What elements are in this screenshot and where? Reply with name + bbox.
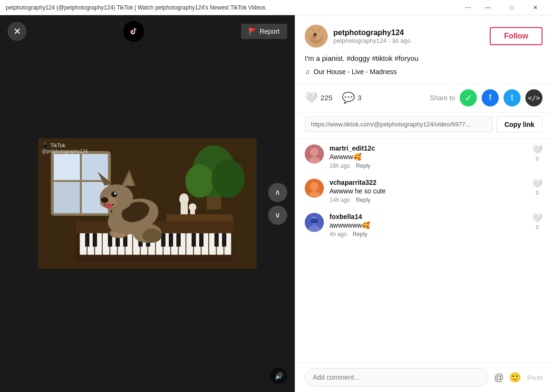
svg-point-13 [212,160,245,198]
link-row: https://www.tiktok.com/@petphotography12… [295,113,552,139]
emoji-button[interactable]: 🙂 [509,372,521,383]
video-player[interactable]: 📱 TikTok @petphotography124 [38,138,257,269]
copy-link-button[interactable]: Copy link [496,116,542,133]
comment-like-count-1: 0 [536,156,539,162]
whatsapp-icon: ✓ [465,93,472,103]
comment-username-3[interactable]: foxbella14 [329,213,526,220]
more-options-button[interactable]: ··· [461,3,475,12]
comment-meta-1: 18h ago Reply [329,163,526,169]
svg-rect-70 [166,214,233,221]
next-video-button[interactable]: ∨ [268,206,287,225]
svg-rect-41 [93,233,97,247]
svg-point-80 [310,148,319,156]
comment-body-1: martri_edit12c Awwww🥰 18h ago Reply [329,144,526,169]
emoji-icon: 🙂 [509,372,521,382]
svg-point-17 [189,203,196,211]
comment-heart-icon-1: 🤍 [532,144,542,155]
svg-rect-88 [310,219,318,223]
embed-icon: </> [528,94,540,102]
share-twitter-button[interactable]: t [504,89,521,106]
profile-text: petphotography124 petphotography124 · 3d… [333,29,411,44]
svg-rect-50 [192,233,196,247]
video-panel: ✕ 🚩 Report [0,15,295,392]
commenter-avatar-1[interactable] [305,144,324,163]
comment-time-2: 14h ago [329,197,350,203]
svg-rect-40 [85,233,89,247]
chevron-down-icon: ∨ [275,210,281,220]
comment-time-3: 4h ago [329,231,347,238]
video-area: 📱 TikTok @petphotography124 ∧ ∨ [0,15,295,392]
comment-like-count-2: 0 [536,190,539,196]
share-section: Share to ✓ f t </> [430,89,542,106]
comment-like-3[interactable]: 🤍 0 [532,213,542,238]
video-header: ✕ 🚩 Report [0,15,295,48]
chevron-up-icon: ∧ [275,188,281,197]
profile-header: petphotography124 petphotography124 · 3d… [305,25,542,48]
svg-rect-47 [161,233,165,247]
share-whatsapp-button[interactable]: ✓ [460,89,477,106]
like-count: 225 [320,94,332,102]
volume-button[interactable]: 🔊 [270,367,287,384]
window-close-button[interactable]: ✕ [524,0,546,15]
video-close-button[interactable]: ✕ [8,22,27,41]
music-note-icon: ♫ [305,68,310,76]
profile-username[interactable]: petphotography124 [333,29,411,37]
previous-video-button[interactable]: ∧ [268,183,287,202]
share-facebook-button[interactable]: f [482,89,499,106]
share-embed-button[interactable]: </> [525,89,542,106]
comment-heart-icon-2: 🤍 [532,179,542,189]
minimize-button[interactable]: — [477,0,499,15]
comment-like-2[interactable]: 🤍 0 [532,179,542,203]
comment-body-3: foxbella14 awwwwww🥰 4h ago Reply [329,213,526,238]
comment-time-1: 18h ago [329,163,350,169]
video-watermark: 📱 TikTok [42,142,65,148]
twitter-icon: t [511,93,513,103]
comment-count: 3 [358,94,361,102]
comment-input[interactable] [305,368,488,386]
svg-point-76 [315,33,316,34]
svg-point-65 [111,232,119,238]
follow-button[interactable]: Follow [490,27,542,45]
song-title[interactable]: Our House - Live - Madness [314,68,397,76]
svg-rect-51 [199,233,203,247]
mention-button[interactable]: @ [494,372,504,383]
svg-point-83 [310,182,319,191]
like-action[interactable]: 🤍 225 [305,92,332,104]
comment-meta-3: 4h ago Reply [329,231,526,238]
titlebar: petphotography124 (@petphotography124) T… [0,0,552,15]
comment-username-1[interactable]: martri_edit12c [329,144,526,152]
post-comment-button[interactable]: Post [527,373,542,382]
svg-point-58 [101,197,108,203]
comment-text-1: Awwww🥰 [329,153,526,161]
flag-icon: 🚩 [249,28,257,35]
svg-point-66 [117,233,125,238]
report-label: Report [260,28,280,35]
comment-text-3: awwwwww🥰 [329,221,526,229]
comment-like-1[interactable]: 🤍 0 [532,144,542,169]
commenter-avatar-3[interactable] [305,213,324,232]
comment-item: vchaparrita322 Awwww he so cute 14h ago … [305,179,542,203]
comment-text-2: Awwww he so cute [329,187,526,195]
comment-username-2[interactable]: vchaparrita322 [329,179,526,186]
comment-item: foxbella14 awwwwww🥰 4h ago Reply 🤍 0 [305,213,542,238]
main-content: ✕ 🚩 Report [0,15,552,392]
svg-point-59 [111,191,117,197]
comment-reply-button-2[interactable]: Reply [356,197,370,203]
svg-point-75 [314,33,317,36]
maximize-button[interactable]: □ [501,0,523,15]
comment-reply-button-1[interactable]: Reply [356,163,370,169]
at-icon: @ [494,372,504,382]
profile-info: petphotography124 petphotography124 · 3d… [305,25,411,48]
browser-title: petphotography124 (@petphotography124) T… [6,4,461,11]
share-link-display: https://www.tiktok.com/@petphotography12… [305,116,493,132]
comment-reply-button-3[interactable]: Reply [353,231,368,238]
comment-action[interactable]: 💬 3 [342,92,361,104]
svg-rect-6 [54,154,80,180]
report-button[interactable]: 🚩 Report [241,24,287,39]
commenter-avatar-2[interactable] [305,179,324,198]
comment-heart-icon-3: 🤍 [532,213,542,223]
avatar-image [305,25,328,48]
svg-point-60 [114,192,116,194]
svg-point-68 [143,229,162,243]
avatar[interactable] [305,25,328,48]
